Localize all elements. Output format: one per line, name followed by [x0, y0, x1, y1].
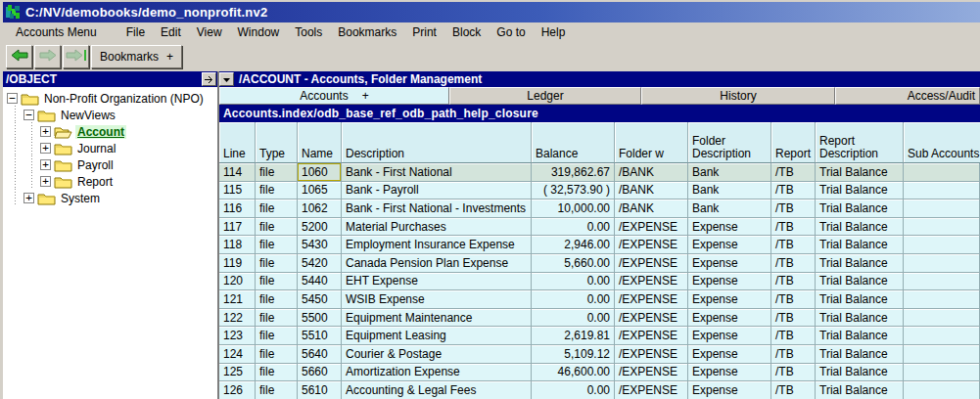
- cell-report-description[interactable]: Trial Balance: [816, 254, 904, 273]
- forward-to-end-button[interactable]: [63, 45, 89, 68]
- cell-folder[interactable]: /EXPENSE: [615, 309, 688, 328]
- menu-file[interactable]: File: [118, 23, 153, 41]
- cell-description[interactable]: EHT Expense: [342, 273, 532, 291]
- cell-folder[interactable]: /EXPENSE: [615, 236, 688, 254]
- cell-name[interactable]: 5660: [298, 364, 342, 382]
- tree-expander[interactable]: +: [40, 159, 51, 170]
- tab-history[interactable]: History: [641, 87, 835, 105]
- cell-line[interactable]: 118: [219, 236, 256, 254]
- tab-ledger[interactable]: Ledger: [449, 87, 641, 105]
- cell-report-description[interactable]: Trial Balance: [816, 218, 904, 237]
- column-header-folder[interactable]: Folder w: [615, 122, 688, 163]
- cell-folder[interactable]: /EXPENSE: [615, 218, 688, 237]
- cell-type[interactable]: file: [256, 309, 298, 328]
- cell-type[interactable]: file: [256, 236, 298, 254]
- tree-expander[interactable]: +: [40, 143, 51, 154]
- tree-expander[interactable]: +: [40, 176, 51, 187]
- cell-description[interactable]: Equipment Maintenance: [342, 309, 532, 328]
- cell-report[interactable]: /TB: [771, 254, 816, 273]
- cell-type[interactable]: file: [256, 290, 298, 309]
- cell-folder-description[interactable]: Expense: [688, 273, 771, 291]
- cell-line[interactable]: 124: [219, 345, 256, 364]
- cell-report[interactable]: /TB: [771, 364, 816, 382]
- cell-folder[interactable]: /EXPENSE: [615, 254, 688, 273]
- cell-balance[interactable]: 0.00: [532, 309, 615, 328]
- cell-name[interactable]: 1065: [298, 182, 342, 200]
- cell-balance[interactable]: 0.00: [532, 218, 615, 237]
- menu-bookmarks[interactable]: Bookmarks: [330, 23, 404, 41]
- column-header-report[interactable]: Report: [771, 122, 816, 163]
- cell-type[interactable]: file: [256, 345, 298, 364]
- cell-folder[interactable]: /EXPENSE: [615, 290, 688, 309]
- column-header-type[interactable]: Type: [256, 122, 298, 163]
- cell-balance[interactable]: 0.00: [532, 273, 615, 291]
- cell-report[interactable]: /TB: [771, 236, 816, 254]
- cell-folder-description[interactable]: Expense: [688, 309, 771, 328]
- view-dropdown-button[interactable]: [219, 72, 234, 86]
- table-row[interactable]: 123 file 5510 Equipment Leasing 2,619.81…: [219, 327, 980, 345]
- cell-description[interactable]: WSIB Expense: [342, 290, 532, 309]
- table-row[interactable]: 126 file 5610 Accounting & Legal Fees 0.…: [219, 381, 980, 399]
- cell-description[interactable]: Accounting & Legal Fees: [342, 381, 532, 399]
- cell-report-description[interactable]: Trial Balance: [816, 381, 904, 399]
- cell-balance[interactable]: 2,619.81: [532, 327, 615, 345]
- cell-balance[interactable]: 319,862.67: [532, 163, 615, 182]
- cell-report-description[interactable]: Trial Balance: [816, 182, 904, 200]
- cell-sub-accounts[interactable]: [904, 273, 980, 291]
- cell-name[interactable]: 1062: [298, 200, 342, 218]
- cell-balance[interactable]: 5,109.12: [532, 345, 615, 364]
- menu-help[interactable]: Help: [534, 23, 574, 41]
- cell-name[interactable]: 5500: [298, 309, 342, 328]
- cell-type[interactable]: file: [256, 273, 298, 291]
- cell-folder-description[interactable]: Expense: [688, 254, 771, 273]
- cell-balance[interactable]: 5,660.00: [532, 254, 615, 273]
- cell-line[interactable]: 115: [219, 182, 256, 200]
- cell-name[interactable]: 5430: [298, 236, 342, 254]
- cell-sub-accounts[interactable]: [904, 200, 980, 218]
- cell-balance[interactable]: 46,600.00: [532, 364, 615, 382]
- cell-line[interactable]: 117: [219, 218, 256, 237]
- column-header-description[interactable]: Description: [342, 122, 532, 163]
- table-row[interactable]: 119 file 5420 Canada Pension Plan Expens…: [219, 254, 980, 273]
- cell-folder-description[interactable]: Expense: [688, 345, 771, 364]
- cell-sub-accounts[interactable]: [904, 345, 980, 364]
- cell-name[interactable]: 5440: [298, 273, 342, 291]
- cell-folder-description[interactable]: Expense: [688, 364, 771, 382]
- table-row[interactable]: 117 file 5200 Material Purchases 0.00 /E…: [219, 218, 980, 237]
- column-header-line[interactable]: Line: [219, 122, 256, 163]
- cell-sub-accounts[interactable]: [904, 218, 980, 237]
- cell-type[interactable]: file: [256, 364, 298, 382]
- cell-report-description[interactable]: Trial Balance: [816, 273, 904, 291]
- cell-folder-description[interactable]: Bank: [688, 200, 771, 218]
- cell-folder-description[interactable]: Expense: [688, 236, 771, 254]
- cell-report[interactable]: /TB: [771, 218, 816, 237]
- cell-report-description[interactable]: Trial Balance: [816, 200, 904, 218]
- tree-expander[interactable]: −: [7, 93, 18, 104]
- cell-report-description[interactable]: Trial Balance: [816, 236, 904, 254]
- cell-folder[interactable]: /EXPENSE: [615, 381, 688, 399]
- cell-report[interactable]: /TB: [771, 273, 816, 291]
- tree-expander[interactable]: −: [23, 110, 34, 120]
- cell-report-description[interactable]: Trial Balance: [816, 364, 904, 382]
- cell-balance[interactable]: 2,946.00: [532, 236, 615, 254]
- tree-item[interactable]: − NewViews: [7, 107, 217, 123]
- column-header-balance[interactable]: Balance: [532, 122, 615, 163]
- cell-folder[interactable]: /EXPENSE: [615, 273, 688, 291]
- cell-type[interactable]: file: [256, 200, 298, 218]
- cell-line[interactable]: 126: [219, 381, 256, 399]
- cell-line[interactable]: 121: [219, 290, 256, 309]
- cell-folder-description[interactable]: Bank: [688, 163, 771, 182]
- cell-balance[interactable]: 0.00: [532, 381, 615, 399]
- cell-sub-accounts[interactable]: [904, 327, 980, 345]
- tree-expander[interactable]: +: [40, 126, 51, 137]
- cell-folder[interactable]: /EXPENSE: [615, 345, 688, 364]
- cell-folder[interactable]: /BANK: [615, 200, 688, 218]
- cell-name[interactable]: 5420: [298, 254, 342, 273]
- cell-line[interactable]: 114: [219, 163, 256, 182]
- back-button[interactable]: [6, 45, 32, 68]
- cell-folder[interactable]: /EXPENSE: [615, 364, 688, 382]
- menu-go-to[interactable]: Go to: [489, 23, 533, 41]
- cell-type[interactable]: file: [256, 381, 298, 399]
- cell-type[interactable]: file: [256, 163, 298, 182]
- cell-line[interactable]: 119: [219, 254, 256, 273]
